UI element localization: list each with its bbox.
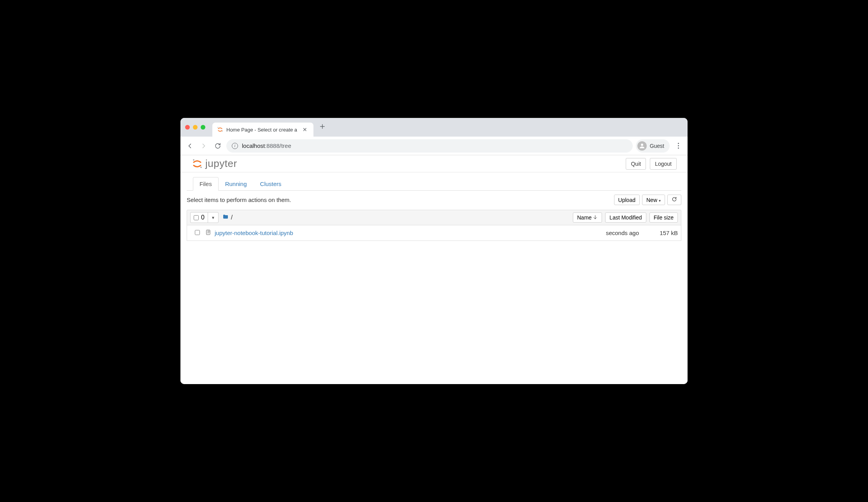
sort-modified-button[interactable]: Last Modified <box>605 212 646 223</box>
sort-down-icon: 🡣 <box>593 215 598 220</box>
tab-clusters[interactable]: Clusters <box>254 177 288 191</box>
tab-files[interactable]: Files <box>193 177 219 191</box>
jupyter-logo-icon <box>191 158 203 170</box>
notebook-icon <box>205 229 212 237</box>
maximize-window-button[interactable] <box>201 125 205 130</box>
jupyter-header: jupyter Quit Logout <box>180 155 688 172</box>
svg-point-0 <box>217 127 218 128</box>
browser-window: Home Page - Select or create a n ✕ i loc… <box>180 118 688 384</box>
refresh-icon <box>672 197 677 202</box>
upload-button[interactable]: Upload <box>614 195 640 205</box>
svg-point-2 <box>641 144 643 146</box>
file-size: 157 kB <box>639 230 678 236</box>
header-buttons: Quit Logout <box>626 158 677 170</box>
col-size-label: File size <box>654 214 674 221</box>
browser-tab[interactable]: Home Page - Select or create a n ✕ <box>212 123 313 137</box>
page-content: jupyter Quit Logout Files Running Cluste… <box>180 155 688 384</box>
action-buttons: Upload New <box>614 195 681 205</box>
url-text: localhost:8888/tree <box>242 142 291 149</box>
row-checkbox[interactable] <box>195 230 200 235</box>
close-window-button[interactable] <box>185 125 190 130</box>
new-menu-button[interactable]: New <box>642 195 665 205</box>
address-bar[interactable]: i localhost:8888/tree <box>226 139 633 153</box>
forward-button[interactable] <box>198 140 209 151</box>
url-host: localhost <box>242 142 265 149</box>
browser-menu-button[interactable] <box>673 143 684 149</box>
caret-down-icon <box>657 197 661 203</box>
svg-point-4 <box>200 167 202 168</box>
file-modified: seconds ago <box>577 230 639 236</box>
back-button[interactable] <box>184 140 195 151</box>
tab-strip: Home Page - Select or create a n ✕ <box>180 118 688 137</box>
svg-point-3 <box>193 159 194 161</box>
selection-hint: Select items to perform actions on them. <box>187 197 291 203</box>
col-name-label: Name <box>577 214 592 221</box>
select-all-checkbox[interactable] <box>194 215 199 220</box>
folder-icon[interactable] <box>222 214 229 221</box>
avatar-icon <box>637 141 647 151</box>
sort-name-button[interactable]: Name 🡣 <box>573 212 602 223</box>
reload-button[interactable] <box>212 140 223 151</box>
logout-button[interactable]: Logout <box>650 158 677 170</box>
select-all-checkbox-area[interactable]: 0 <box>191 212 208 223</box>
profile-label: Guest <box>650 143 664 149</box>
col-modified-label: Last Modified <box>609 214 642 221</box>
jupyter-favicon <box>217 126 223 133</box>
sort-size-button[interactable]: File size <box>649 212 678 223</box>
jupyter-logo-text: jupyter <box>205 158 237 170</box>
select-all-dropdown[interactable]: 0 ▼ <box>190 212 219 223</box>
window-controls <box>185 125 205 130</box>
new-tab-button[interactable] <box>319 123 326 132</box>
file-row: jupyter-notebook-tutorial.ipynb seconds … <box>187 225 681 241</box>
dashboard-tabs: Files Running Clusters <box>187 177 681 191</box>
url-path: :8888/tree <box>265 142 291 149</box>
profile-chip[interactable]: Guest <box>636 139 670 153</box>
breadcrumb-root[interactable]: / <box>231 214 233 221</box>
breadcrumb: / <box>222 214 233 221</box>
close-tab-button[interactable]: ✕ <box>301 126 309 133</box>
new-label: New <box>646 197 657 203</box>
jupyter-logo[interactable]: jupyter <box>191 158 237 170</box>
quit-button[interactable]: Quit <box>626 158 646 170</box>
tab-running[interactable]: Running <box>219 177 254 191</box>
jupyter-body: Files Running Clusters Select items to p… <box>180 177 688 241</box>
refresh-button[interactable] <box>667 195 681 205</box>
browser-toolbar: i localhost:8888/tree Guest <box>180 137 688 155</box>
tab-title: Home Page - Select or create a n <box>226 127 298 133</box>
file-list-header: 0 ▼ / Name 🡣 Last Modified <box>187 210 681 225</box>
file-link[interactable]: jupyter-notebook-tutorial.ipynb <box>215 230 293 236</box>
site-info-icon[interactable]: i <box>232 143 238 149</box>
row-checkbox-wrap <box>195 230 200 237</box>
select-all-caret[interactable]: ▼ <box>208 216 218 220</box>
minimize-window-button[interactable] <box>193 125 198 130</box>
actions-row: Select items to perform actions on them.… <box>187 191 681 210</box>
selected-count: 0 <box>201 214 205 221</box>
